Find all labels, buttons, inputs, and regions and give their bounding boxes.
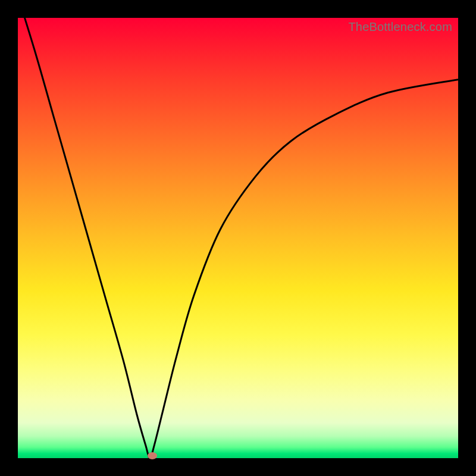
chart-frame: TheBottleneck.com	[0, 0, 476, 476]
plot-area: TheBottleneck.com	[18, 18, 458, 458]
curve-path	[18, 18, 458, 458]
bottleneck-curve	[18, 18, 458, 458]
optimal-point-marker	[148, 452, 157, 459]
